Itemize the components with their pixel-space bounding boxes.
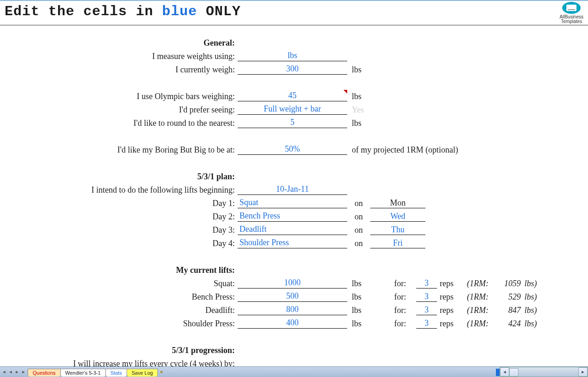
input-prefer[interactable]: Full weight + bar bbox=[238, 103, 347, 115]
label-on: on bbox=[347, 225, 370, 235]
input-weekday-day3[interactable]: Thu bbox=[370, 225, 425, 235]
worksheet: General: I measure weights using: lbs I … bbox=[0, 25, 588, 366]
label-day: Day 4: bbox=[5, 239, 238, 248]
label-progression: I will increase my lifts every cycle (4 … bbox=[5, 359, 238, 366]
scroll-right-icon[interactable]: ► bbox=[578, 367, 588, 377]
tab-questions[interactable]: Questions bbox=[28, 369, 61, 377]
value-1rm: (1RM:424lbs) bbox=[456, 319, 537, 329]
logo-text-2: Templates bbox=[559, 19, 583, 24]
label-for: for: bbox=[384, 279, 416, 289]
title-blue: blue bbox=[162, 4, 197, 19]
unit-lbs: lbs bbox=[347, 306, 384, 315]
label-reps: reps bbox=[437, 319, 456, 329]
input-weight-2[interactable]: 800 bbox=[238, 304, 347, 315]
label-reps: reps bbox=[437, 279, 456, 289]
label-bodyweight: I currently weigh: bbox=[5, 65, 238, 75]
label-round: I'd like to round to the nearest: bbox=[5, 118, 238, 128]
input-weekday-day4[interactable]: Fri bbox=[370, 238, 425, 248]
nav-next-icon[interactable]: ► bbox=[14, 368, 20, 376]
value-yes: Yes bbox=[347, 105, 407, 115]
page-title: Edit the cells in blue ONLY bbox=[5, 2, 241, 19]
input-weekday-day2[interactable]: Wed bbox=[370, 212, 425, 222]
nav-first-icon[interactable]: ◄ bbox=[1, 368, 7, 376]
label-for: for: bbox=[384, 292, 416, 302]
unit-lbs: lbs bbox=[347, 65, 384, 75]
unit-lbs: lbs bbox=[347, 279, 384, 289]
label-for: for: bbox=[384, 319, 416, 329]
tab-stats[interactable]: Stats bbox=[105, 369, 127, 377]
input-lift-day3[interactable]: Deadlift bbox=[238, 224, 347, 235]
input-lift-day2[interactable]: Bench Press bbox=[238, 210, 347, 222]
scroll-thumb[interactable] bbox=[509, 368, 518, 377]
input-weight-3[interactable]: 400 bbox=[238, 317, 347, 329]
label-bbb-suffix: of my projected 1RM (optional) bbox=[347, 145, 458, 155]
input-round[interactable]: 5 bbox=[238, 117, 347, 128]
nav-last-icon[interactable]: ► bbox=[20, 368, 27, 376]
input-reps-3[interactable]: 3 bbox=[416, 318, 437, 329]
input-lift-day1[interactable]: Squat bbox=[238, 197, 347, 208]
input-weight-1[interactable]: 500 bbox=[238, 290, 347, 302]
input-lift-day4[interactable]: Shoulder Press bbox=[238, 237, 347, 248]
logo-icon bbox=[562, 2, 581, 14]
label-day: Day 1: bbox=[5, 199, 238, 208]
tab-wendlers[interactable]: Wendler's 5-3-1 bbox=[60, 369, 106, 377]
label-for: for: bbox=[384, 306, 416, 315]
label-on: on bbox=[347, 199, 370, 208]
label-day: Day 3: bbox=[5, 225, 238, 235]
value-1rm: (1RM:1059lbs) bbox=[456, 279, 537, 289]
value-1rm: (1RM:847lbs) bbox=[456, 306, 537, 315]
label-on: on bbox=[347, 212, 370, 222]
section-progression: 5/3/1 progression: bbox=[5, 346, 238, 355]
label-lift: Shoulder Press: bbox=[5, 319, 238, 329]
input-weekday-day1[interactable]: Mon bbox=[370, 198, 425, 208]
title-bar: Edit the cells in blue ONLY AllBusiness … bbox=[0, 0, 588, 25]
label-prefer: I'd prefer seeing: bbox=[5, 105, 238, 115]
label-on: on bbox=[347, 239, 370, 248]
scroll-left-icon[interactable]: ◄ bbox=[500, 367, 509, 377]
nav-prev-icon[interactable]: ◄ bbox=[7, 368, 14, 376]
section-current: My current lifts: bbox=[5, 265, 238, 275]
new-sheet-icon[interactable]: ✶ bbox=[157, 368, 165, 376]
title-post: ONLY bbox=[197, 4, 241, 19]
horizontal-scrollbar[interactable]: ◄ ► bbox=[500, 367, 588, 377]
label-reps: reps bbox=[437, 306, 456, 315]
unit-lbs: lbs bbox=[347, 92, 384, 101]
title-pre: Edit the cells in bbox=[5, 4, 162, 19]
tab-savelog[interactable]: Save Log bbox=[127, 369, 158, 377]
section-general: General: bbox=[5, 38, 238, 48]
input-bodyweight[interactable]: 300 bbox=[238, 63, 347, 75]
section-plan: 5/3/1 plan: bbox=[5, 172, 238, 182]
logo: AllBusiness Templates bbox=[559, 2, 583, 24]
label-bbb: I'd like my Boring But Big to be at: bbox=[5, 145, 238, 155]
input-begin-date[interactable]: 10-Jan-11 bbox=[238, 183, 347, 195]
label-units: I measure weights using: bbox=[5, 52, 238, 61]
input-units[interactable]: lbs bbox=[238, 50, 347, 61]
label-lift: Bench Press: bbox=[5, 292, 238, 302]
input-reps-2[interactable]: 3 bbox=[416, 305, 437, 315]
label-lift: Deadlift: bbox=[5, 306, 238, 315]
input-weight-0[interactable]: 1000 bbox=[238, 277, 347, 289]
unit-lbs: lbs bbox=[347, 319, 384, 329]
scroll-track[interactable] bbox=[509, 368, 578, 376]
label-begin: I intend to do the following lifts begin… bbox=[5, 185, 238, 195]
label-day: Day 2: bbox=[5, 212, 238, 222]
sheet-tabs: ◄ ◄ ► ► Questions Wendler's 5-3-1 Stats … bbox=[0, 366, 588, 377]
label-barweight: I use Olympic bars weighing: bbox=[5, 92, 238, 101]
split-handle[interactable] bbox=[496, 369, 500, 376]
input-bbb[interactable]: 50% bbox=[238, 143, 347, 155]
input-barweight[interactable]: 45 bbox=[238, 90, 347, 101]
tab-nav: ◄ ◄ ► ► bbox=[0, 368, 28, 376]
unit-lbs: lbs bbox=[347, 292, 384, 302]
comment-indicator-icon bbox=[343, 90, 347, 94]
input-reps-0[interactable]: 3 bbox=[416, 278, 437, 289]
input-reps-1[interactable]: 3 bbox=[416, 292, 437, 302]
label-lift: Squat: bbox=[5, 279, 238, 289]
value-1rm: (1RM:529lbs) bbox=[456, 292, 537, 302]
unit-lbs: lbs bbox=[347, 118, 384, 128]
label-reps: reps bbox=[437, 292, 456, 302]
